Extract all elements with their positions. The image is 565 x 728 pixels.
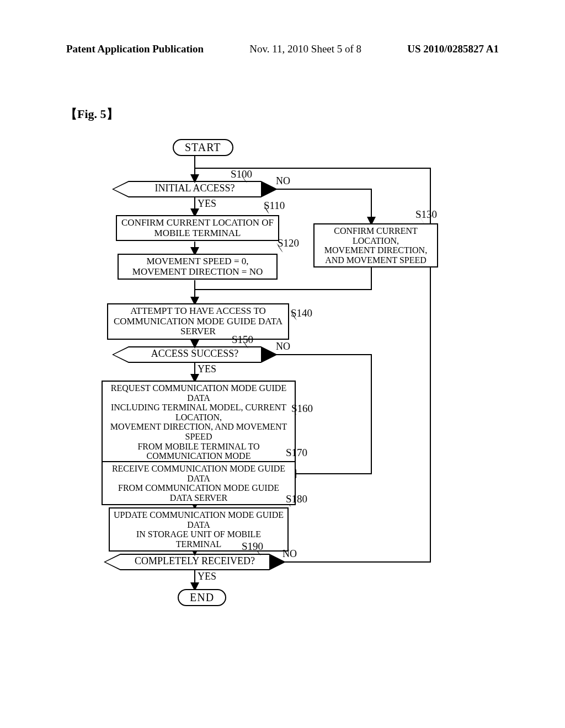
branch-no-s190: NO: [282, 548, 297, 560]
start-terminator: START: [173, 139, 233, 156]
branch-no-s100: NO: [276, 175, 290, 187]
process-confirm-movement-text: CONFIRM CURRENT LOCATION,MOVEMENT DIRECT…: [324, 226, 427, 265]
branch-yes-s150: YES: [198, 363, 216, 375]
start-label: START: [185, 141, 221, 153]
decision-initial-access-text: INITIAL ACCESS?: [129, 183, 261, 194]
decision-completely-received: COMPLETELY RECEIVED?: [120, 554, 269, 570]
decision-initial-access: INITIAL ACCESS?: [129, 181, 261, 197]
decision-completely-received-text: COMPLETELY RECEIVED?: [120, 555, 269, 567]
process-movement-zero: MOVEMENT SPEED = 0,MOVEMENT DIRECTION = …: [118, 254, 278, 280]
process-confirm-movement: CONFIRM CURRENT LOCATION,MOVEMENT DIRECT…: [313, 223, 438, 267]
step-s120: S120: [278, 237, 299, 249]
step-s170: S170: [286, 447, 307, 459]
step-s180: S180: [286, 493, 307, 505]
step-s190: S190: [242, 540, 263, 553]
step-s110: S110: [264, 200, 285, 212]
process-attempt-access: ATTEMPT TO HAVE ACCESS TOCOMMUNICATION M…: [107, 303, 289, 340]
step-s160: S160: [291, 403, 313, 415]
process-attempt-access-text: ATTEMPT TO HAVE ACCESS TOCOMMUNICATION M…: [114, 306, 282, 336]
step-s150: S150: [232, 334, 253, 346]
process-confirm-location-text: CONFIRM CURRENT LOCATION OFMOBILE TERMIN…: [121, 217, 274, 238]
decision-access-success-text: ACCESS SUCCESS?: [129, 348, 261, 360]
header-pub-number: US 2010/0285827 A1: [407, 43, 499, 55]
process-receive-guide-data-text: RECEIVE COMMUNICATION MODE GUIDE DATAFRO…: [112, 464, 285, 502]
process-confirm-location: CONFIRM CURRENT LOCATION OFMOBILE TERMIN…: [116, 215, 279, 241]
end-label: END: [190, 591, 214, 603]
decision-access-success: ACCESS SUCCESS?: [129, 346, 261, 363]
header-date-sheet: Nov. 11, 2010 Sheet 5 of 8: [249, 43, 361, 55]
branch-yes-s190: YES: [198, 571, 216, 582]
process-receive-guide-data: RECEIVE COMMUNICATION MODE GUIDE DATAFRO…: [102, 461, 296, 505]
figure-label: 【Fig. 5】: [65, 106, 119, 122]
step-s130: S130: [415, 208, 437, 221]
step-s100: S100: [231, 168, 252, 180]
branch-no-s150: NO: [276, 341, 290, 352]
end-terminator: END: [178, 589, 226, 606]
step-s140: S140: [291, 307, 312, 319]
page-header: Patent Application Publication Nov. 11, …: [0, 43, 565, 55]
header-publication: Patent Application Publication: [66, 43, 204, 55]
branch-yes-s100: YES: [198, 198, 216, 210]
process-movement-zero-text: MOVEMENT SPEED = 0,MOVEMENT DIRECTION = …: [132, 256, 263, 277]
